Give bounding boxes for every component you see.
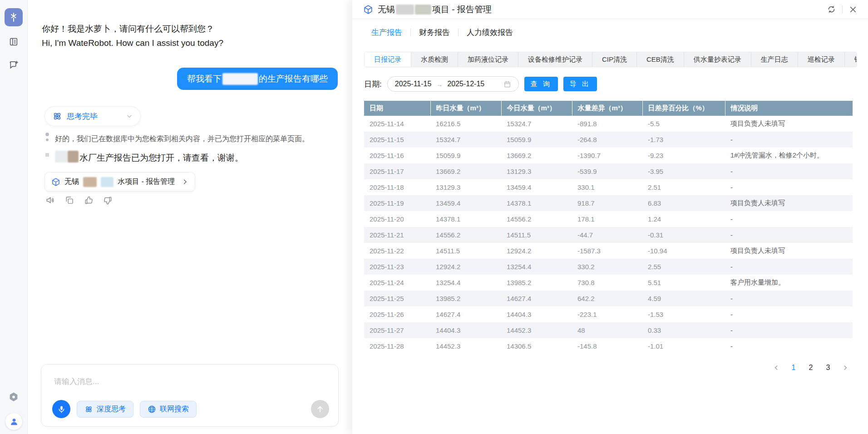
subtab-bar: 日报记录水质检测加药液位记录设备检修维护记录CIP清洗CEB清洗供水量抄表记录生… [364,52,857,67]
refresh-icon[interactable] [827,5,836,14]
thumbs-up-icon[interactable] [84,195,94,205]
subtab-供水量抄表记录[interactable]: 供水量抄表记录 [684,52,751,67]
table-cell: 2025-11-24 [364,275,430,291]
subtab-CIP清洗[interactable]: CIP清洗 [592,52,637,67]
deep-think-button[interactable]: 深度思考 [77,401,133,418]
arrow-up-icon [316,405,324,413]
table-cell: 13254.4 [501,259,572,275]
page-button-3[interactable]: 3 [822,361,834,374]
subtab-巡检记录[interactable]: 巡检记录 [798,52,845,67]
table-cell: 6.83 [642,195,725,211]
column-header: 今日水量（m³） [501,101,572,116]
greeting-line-en: Hi, I'm WateRobot. How can I assist you … [42,36,223,50]
subtab-日报记录[interactable]: 日报记录 [365,52,411,67]
user-avatar[interactable] [5,413,22,430]
table-row[interactable]: 2025-11-1913459.414378.1918.76.83项目负责人未填… [364,195,853,211]
table-cell: 14378.1 [501,195,572,211]
table-row[interactable]: 2025-11-1713669.213129.3-539.9-3.95- [364,163,853,179]
cube-icon [363,5,373,15]
table-row[interactable]: 2025-11-2513985.214627.4642.24.59- [364,291,853,306]
page-button-2[interactable]: 2 [804,361,817,374]
globe-icon [148,405,156,414]
subtab-锡山[interactable]: 锡山 [845,52,857,67]
new-chat-icon[interactable] [9,60,19,72]
table-row[interactable]: 2025-11-2114556.214511.5-44.7-0.31- [364,227,853,243]
microphone-button[interactable] [52,400,70,418]
table-cell: 13669.2 [430,163,501,179]
table-row[interactable]: 2025-11-2214511.512924.2-1587.3-10.94项目负… [364,243,853,259]
subtab-加药液位记录[interactable]: 加药液位记录 [458,52,518,67]
table-cell: 14556.2 [501,211,572,227]
reply-dot-decoration [45,133,49,141]
chevron-down-icon[interactable] [126,113,133,120]
tab-人力绩效报告[interactable]: 人力绩效报告 [459,25,521,39]
end-date-value[interactable]: 2025-12-15 [447,80,484,88]
table-row[interactable]: 2025-11-2614627.414404.3-223.1-1.53- [364,306,853,322]
table-row[interactable]: 2025-11-2714404.314452.3480.33- [364,322,853,338]
table-cell: 15324.7 [501,116,572,132]
table-cell: -891.8 [572,116,642,132]
table-row[interactable]: 2025-11-2413254.413985.2730.85.51客户用水量增加… [364,275,853,291]
table-row[interactable]: 2025-11-2014378.114556.2178.11.24- [364,211,853,227]
page-button-1[interactable]: 1 [787,361,800,374]
thinking-status-pill[interactable]: 思考完毕 [44,106,141,126]
app-logo[interactable] [5,8,23,26]
table-cell: 15059.9 [501,132,572,148]
daily-report-table: 日期昨日水量（m³）今日水量（m³）水量差异（m³）日差异百分比（%）情况说明 … [364,101,853,354]
table-cell: 14452.3 [501,322,572,338]
user-message-bubble: 帮我看下的生产报告有哪些 [177,68,338,90]
table-cell: 48 [572,322,642,338]
table-cell: 2025-11-19 [364,195,430,211]
reply-2-text: 水厂生产报告已为您打开，请查看，谢谢。 [79,153,243,163]
table-row[interactable]: 2025-11-1515324.715059.9-264.8-1.73- [364,132,853,148]
settings-nut-icon[interactable] [8,391,20,404]
web-search-button[interactable]: 联网搜索 [140,401,197,418]
subtab-CEB清洗[interactable]: CEB清洗 [637,52,684,67]
table-row[interactable]: 2025-11-1416216.515324.7-891.8-5.5项目负责人未… [364,116,853,132]
table-cell: 2025-11-23 [364,259,430,275]
history-panel-icon[interactable] [9,37,19,49]
subtab-设备检修维护记录[interactable]: 设备检修维护记录 [518,52,592,67]
chat-input-card: 请输入消息... 深度思考 联网搜索 [41,364,339,427]
date-range-picker[interactable]: 2025-11-15 → 2025-12-15 [387,76,519,92]
web-search-label: 联网搜索 [160,404,189,414]
thumbs-down-icon[interactable] [103,195,113,205]
table-cell: - [725,227,853,243]
speaker-icon[interactable] [45,195,55,205]
start-date-value[interactable]: 2025-11-15 [395,80,432,88]
assistant-reply-2: 水厂生产报告已为您打开，请查看，谢谢。 [55,151,336,164]
table-cell: 330.1 [572,179,642,195]
panel-title: 无锡项目 - 报告管理 [378,4,492,15]
redaction-blob [222,73,258,85]
panel-title-prefix: 无锡 [378,4,395,15]
close-icon[interactable] [849,5,857,14]
table-row[interactable]: 2025-11-2814452.314306.5-145.8-1.01- [364,338,853,354]
table-cell: -1390.7 [572,148,642,163]
tab-财务报告[interactable]: 财务报告 [411,25,458,39]
table-cell: 14627.4 [430,306,501,322]
table-row[interactable]: 2025-11-1615059.913669.2-1390.7-9.231#冲洗… [364,148,853,163]
table-cell: 项目负责人未填写 [725,195,853,211]
prev-page-button[interactable] [770,361,783,374]
query-button[interactable]: 查 询 [524,77,558,91]
table-cell: -3.95 [642,163,725,179]
assistant-greeting: 你好！我是水萝卜，请问有什么可以帮到您？ Hi, I'm WateRobot. … [42,22,223,50]
subtab-生产日志[interactable]: 生产日志 [751,52,798,67]
atom-icon [52,111,62,121]
subtab-水质检测[interactable]: 水质检测 [411,52,458,67]
table-cell: -539.9 [572,163,642,179]
send-button[interactable] [311,400,329,418]
table-cell: 178.1 [572,211,642,227]
chat-input[interactable]: 请输入消息... [54,376,99,387]
table-cell: -1.53 [642,306,725,322]
table-row[interactable]: 2025-11-2312924.213254.4330.22.55- [364,259,853,275]
chevron-right-icon [182,178,188,185]
opened-page-card[interactable]: 无锡水项目 - 报告管理 [44,172,195,192]
next-page-button[interactable] [839,361,852,374]
table-cell: 14306.5 [501,338,572,354]
export-button[interactable]: 导 出 [563,77,597,91]
copy-icon[interactable] [64,195,74,205]
table-cell: 2025-11-17 [364,163,430,179]
tab-生产报告[interactable]: 生产报告 [363,25,410,39]
table-row[interactable]: 2025-11-1813129.313459.4330.12.51- [364,179,853,195]
